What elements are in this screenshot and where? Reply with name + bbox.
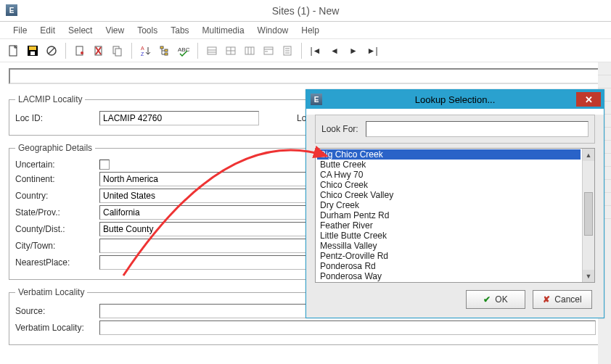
menu-multimedia[interactable]: Multimedia xyxy=(197,23,250,38)
separator xyxy=(65,43,66,59)
list-item[interactable]: Ponderosa Way xyxy=(317,271,581,281)
svg-text:ABC: ABC xyxy=(178,46,189,53)
verbatim-loc-input[interactable] xyxy=(99,320,596,335)
group-geo-legend: Geographic Details xyxy=(15,143,95,153)
svg-rect-17 xyxy=(165,49,168,51)
grid3-icon[interactable] xyxy=(242,43,258,59)
list-item[interactable]: Dry Creek xyxy=(317,200,581,210)
group-lacmip-legend: LACMIP Locality xyxy=(15,94,85,104)
list-item[interactable]: CA Hwy 70 xyxy=(317,170,581,180)
verbatim-loc-label: Verbatim Locality: xyxy=(15,323,95,333)
loc-id-input[interactable] xyxy=(99,111,259,125)
country-label: Country: xyxy=(15,191,95,201)
tree-icon[interactable] xyxy=(157,43,173,59)
list-item[interactable]: Ponderosa Rd xyxy=(317,261,581,271)
copy-icon[interactable] xyxy=(110,43,126,59)
lookfor-label: Look For: xyxy=(321,124,358,134)
forbidden-icon[interactable] xyxy=(44,43,60,59)
scroll-thumb[interactable] xyxy=(584,192,593,236)
nav-last-icon[interactable]: ►| xyxy=(364,43,380,59)
svg-rect-34 xyxy=(265,51,268,52)
lookfor-section: Look For: xyxy=(315,115,595,144)
grid2-icon[interactable] xyxy=(223,43,239,59)
new-icon[interactable] xyxy=(6,43,22,59)
form-icon[interactable] xyxy=(261,43,276,59)
menu-edit[interactable]: Edit xyxy=(34,23,61,38)
spellcheck-icon[interactable]: ABC xyxy=(176,43,192,59)
svg-rect-2 xyxy=(29,46,36,50)
state-label: State/Prov.: xyxy=(15,207,95,218)
lookup-dialog: E Lookup Selection... ✕ Look For: Big Ch… xyxy=(306,89,604,318)
topbar-input[interactable] xyxy=(9,68,602,84)
list-item[interactable]: Durham Pentz Rd xyxy=(317,210,581,220)
sort-icon[interactable]: AZ xyxy=(138,43,154,59)
menu-file[interactable]: File xyxy=(7,23,33,38)
group-verbatim-legend: Verbatim Locality xyxy=(15,287,87,297)
svg-point-7 xyxy=(81,51,83,54)
grid1-icon[interactable] xyxy=(204,43,220,59)
separator xyxy=(197,43,198,59)
svg-rect-18 xyxy=(165,53,168,55)
cancel-x-icon: ✘ xyxy=(543,294,550,305)
list-item[interactable]: Messilla Valley xyxy=(317,241,581,251)
separator xyxy=(131,43,132,59)
county-label: County/Dist.: xyxy=(15,224,95,234)
app-icon: E xyxy=(6,4,17,16)
menu-window[interactable]: Window xyxy=(252,23,295,38)
svg-rect-29 xyxy=(245,47,254,54)
menu-select[interactable]: Select xyxy=(62,23,98,38)
cancel-button[interactable]: ✘ Cancel xyxy=(533,290,592,309)
menu-tabs[interactable]: Tabs xyxy=(165,23,194,38)
dialog-close-button[interactable]: ✕ xyxy=(576,92,601,107)
ok-button-label: OK xyxy=(495,294,507,305)
nav-next-icon[interactable]: ► xyxy=(345,43,361,59)
delete-doc-icon[interactable] xyxy=(91,43,107,59)
dialog-titlebar: E Lookup Selection... ✕ xyxy=(306,90,604,109)
dialog-buttons: ✔ OK ✘ Cancel xyxy=(312,283,598,312)
nearest-label: NearestPlace: xyxy=(15,257,95,268)
window-titlebar: E Sites (1) - New xyxy=(0,0,611,22)
list-item[interactable]: Little Butte Creek xyxy=(317,231,581,241)
toolbar: AZ ABC |◄ ◄ ► ►| xyxy=(0,39,611,62)
ok-button[interactable]: ✔ OK xyxy=(466,290,525,309)
nav-first-icon[interactable]: |◄ xyxy=(308,43,324,59)
loc-id-label: Loc ID: xyxy=(15,113,95,123)
lookfor-input[interactable] xyxy=(366,121,589,137)
svg-rect-16 xyxy=(160,46,163,49)
window-title: Sites (1) - New xyxy=(272,5,340,17)
svg-rect-3 xyxy=(30,51,35,55)
lookup-list: Big Chico CreekButte CreekCA Hwy 70Chico… xyxy=(315,148,595,283)
svg-rect-23 xyxy=(208,47,216,54)
menu-view[interactable]: View xyxy=(99,23,130,38)
dialog-app-icon: E xyxy=(311,94,322,105)
check-icon: ✔ xyxy=(483,294,491,305)
svg-rect-12 xyxy=(115,49,121,56)
separator xyxy=(301,43,302,59)
list-item[interactable]: Chico Creek xyxy=(317,180,581,190)
cancel-button-label: Cancel xyxy=(554,294,581,305)
report-icon[interactable] xyxy=(279,43,295,59)
source-label: Source: xyxy=(15,306,95,316)
dialog-body: Look For: Big Chico CreekButte CreekCA H… xyxy=(306,115,604,318)
svg-text:Z: Z xyxy=(141,51,144,57)
uncertain-label: Uncertain: xyxy=(15,160,95,170)
list-item[interactable]: Chico Creek Valley xyxy=(317,190,581,200)
menubar: FileEditSelectViewToolsTabsMultimediaWin… xyxy=(0,22,611,39)
svg-text:A: A xyxy=(141,46,144,51)
continent-label: Continent: xyxy=(15,174,95,184)
save-icon[interactable] xyxy=(25,43,41,59)
uncertain-checkbox[interactable] xyxy=(99,160,110,170)
list-item[interactable]: Butte Creek xyxy=(317,160,581,170)
dialog-title-text: Lookup Selection... xyxy=(415,94,496,105)
scroll-down-icon[interactable]: ▼ xyxy=(583,270,594,282)
scrollbar[interactable]: ▲ ▼ xyxy=(582,149,594,282)
nav-prev-icon[interactable]: ◄ xyxy=(327,43,343,59)
svg-line-5 xyxy=(49,48,54,54)
list-item[interactable]: Pentz-Oroville Rd xyxy=(317,251,581,261)
list-item[interactable]: Feather River xyxy=(317,220,581,231)
scroll-up-icon[interactable]: ▲ xyxy=(583,149,594,161)
attach-icon[interactable] xyxy=(72,43,88,59)
list-item[interactable]: Big Chico Creek xyxy=(317,149,581,160)
menu-tools[interactable]: Tools xyxy=(131,23,163,38)
menu-help[interactable]: Help xyxy=(295,23,325,38)
